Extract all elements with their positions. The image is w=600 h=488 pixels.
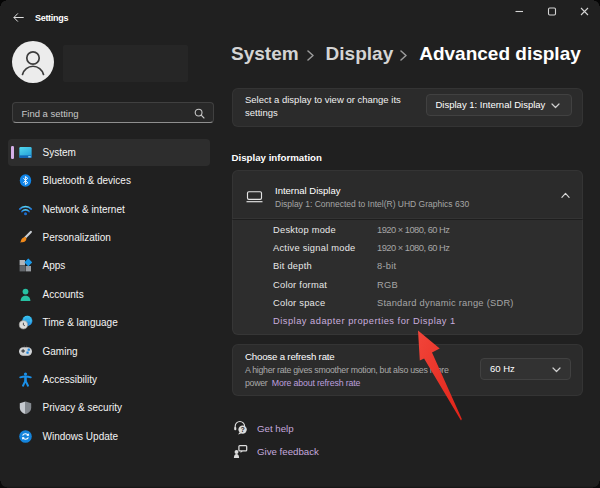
svg-text:?: ? xyxy=(240,426,244,433)
